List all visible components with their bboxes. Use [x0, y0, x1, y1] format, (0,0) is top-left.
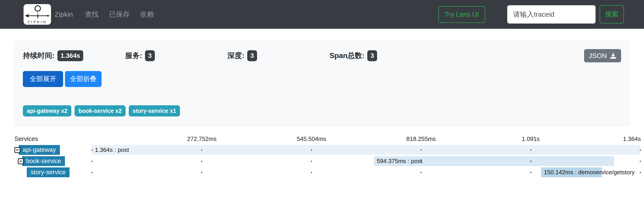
- span-row-story-service: story-service 150.142ms : demoservice/ge…: [14, 167, 640, 177]
- span-bar-label: 1.364s : post: [92, 145, 129, 155]
- tick-dot: [530, 149, 531, 151]
- row-timeline: 1.364s : post: [92, 145, 640, 155]
- stat-value-badge: 3: [145, 50, 155, 61]
- stat-services: 服务: 3: [125, 50, 227, 61]
- search-button[interactable]: 搜索: [600, 5, 624, 23]
- service-name-block[interactable]: api-gateway: [19, 145, 60, 155]
- span-bar[interactable]: [92, 145, 640, 155]
- time-marker: 1.364s: [623, 135, 641, 143]
- span-row-book-service: book-service 594.375ms : post: [14, 156, 640, 166]
- zipkin-logo[interactable]: ZIPKIN: [24, 4, 51, 25]
- stat-label: Span总数:: [330, 51, 364, 61]
- time-marker: 272.752ms: [187, 135, 216, 143]
- json-download-button[interactable]: JSON: [584, 49, 621, 62]
- nav-link-dependencies[interactable]: 依赖: [140, 10, 154, 19]
- trace-timeline: Services 272.752ms 545.504ms 818.255ms 1…: [14, 135, 640, 177]
- svg-text:ZIPKIN: ZIPKIN: [28, 20, 47, 24]
- nav-link-find[interactable]: 查找: [85, 10, 98, 19]
- row-service-cell: api-gateway: [14, 145, 92, 155]
- stat-value-badge: 1.364s: [58, 50, 84, 61]
- stats-row: 持续时间: 1.364s 服务: 3 深度: 3 Span总数: 3 JSON: [23, 49, 621, 62]
- time-marker: 818.255ms: [406, 135, 436, 143]
- service-badge-story-service[interactable]: story-service x1: [129, 105, 180, 116]
- tick-dot: [201, 172, 202, 173]
- stat-duration: 持续时间: 1.364s: [23, 50, 125, 61]
- json-button-label: JSON: [589, 52, 607, 60]
- tick-dot: [311, 149, 312, 151]
- expand-all-button[interactable]: 全部展开: [23, 71, 63, 87]
- stat-value-badge: 3: [247, 50, 257, 61]
- nav-link-saved[interactable]: 已保存: [109, 10, 130, 19]
- service-badge-api-gateway[interactable]: api-gateway x2: [23, 105, 71, 116]
- brand-title[interactable]: Zipkin: [55, 10, 73, 18]
- stat-value-badge: 3: [367, 50, 377, 61]
- collapse-toggle-icon[interactable]: [18, 158, 24, 164]
- stat-label: 深度:: [227, 51, 244, 61]
- tick-dot: [420, 172, 422, 173]
- collapse-toggle-icon[interactable]: [14, 147, 20, 153]
- services-column-header: Services: [14, 135, 38, 143]
- span-row-api-gateway: api-gateway 1.364s : post: [14, 145, 640, 155]
- tick-dot: [640, 161, 641, 162]
- row-timeline: 150.142ms : demoservice/getstory: [92, 167, 640, 177]
- time-markers: 272.752ms 545.504ms 818.255ms 1.091s 1.3…: [92, 135, 640, 145]
- zipkin-lollipop-icon: ZIPKIN: [24, 5, 50, 24]
- row-timeline: 594.375ms : post: [92, 156, 640, 166]
- navbar: ZIPKIN Zipkin 查找 已保存 依赖 Try Lens UI 搜索: [0, 0, 644, 29]
- service-badges-row: api-gateway x2 book-service x2 story-ser…: [23, 105, 621, 121]
- tick-dot: [640, 149, 641, 151]
- actions-row: 全部展开 全部折叠: [23, 71, 621, 87]
- tick-dot: [201, 161, 202, 162]
- collapse-all-button[interactable]: 全部折叠: [65, 71, 102, 87]
- traceid-input[interactable]: [507, 5, 596, 23]
- stat-label: 持续时间:: [23, 51, 55, 61]
- tick-dot: [201, 149, 202, 151]
- try-lens-ui-button[interactable]: Try Lens UI: [438, 6, 485, 23]
- tick-dot: [311, 161, 312, 162]
- time-marker: 545.504ms: [296, 135, 326, 143]
- nav-links: 查找 已保存 依赖: [85, 10, 154, 19]
- stat-total-spans: Span总数: 3: [330, 50, 432, 61]
- main-content: 持续时间: 1.364s 服务: 3 深度: 3 Span总数: 3 JSON: [0, 29, 644, 177]
- trace-summary-card: 持续时间: 1.364s 服务: 3 深度: 3 Span总数: 3 JSON: [14, 41, 630, 126]
- row-service-cell: book-service: [14, 156, 92, 166]
- span-bar-label: 150.142ms : demoservice/getstory: [541, 167, 634, 177]
- service-name-block[interactable]: book-service: [22, 156, 65, 166]
- tick-dot: [530, 161, 531, 162]
- stat-label: 服务:: [125, 51, 142, 61]
- timeline-header: Services 272.752ms 545.504ms 818.255ms 1…: [14, 135, 640, 145]
- stat-depth: 深度: 3: [227, 50, 330, 61]
- time-marker: 1.091s: [522, 135, 540, 143]
- tick-dot: [640, 172, 641, 173]
- service-name-block[interactable]: story-service: [27, 167, 70, 177]
- tick-dot: [530, 172, 531, 173]
- tick-dot: [420, 149, 422, 151]
- span-bar-label: 594.375ms : post: [374, 156, 422, 166]
- download-icon: [610, 52, 616, 59]
- tick-dot: [311, 172, 312, 173]
- service-badge-book-service[interactable]: book-service x2: [74, 105, 126, 116]
- row-service-cell: story-service: [14, 167, 92, 177]
